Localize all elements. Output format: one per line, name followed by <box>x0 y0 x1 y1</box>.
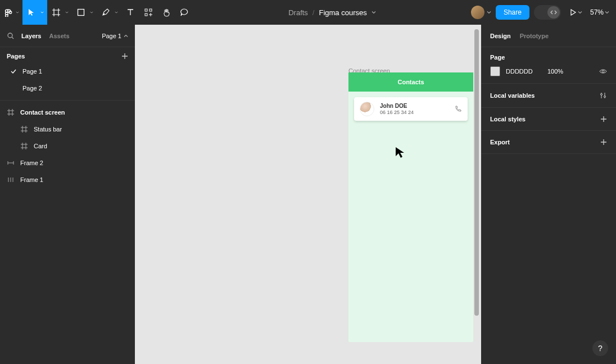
chevron-down-icon <box>65 10 69 15</box>
artboard-contact-screen[interactable]: Contacts John DOE 06 16 25 34 24 <box>348 72 473 342</box>
plus-icon <box>600 139 607 145</box>
layer-frame-1[interactable]: Frame 1 <box>0 171 135 188</box>
svg-point-5 <box>8 33 12 38</box>
hand-icon <box>162 8 171 17</box>
autolayout-vert-icon <box>7 176 15 183</box>
eye-icon <box>599 67 607 75</box>
color-swatch[interactable] <box>490 66 500 76</box>
layer-status-bar[interactable]: Status bar <box>0 121 135 138</box>
pages-heading: Pages <box>7 53 25 60</box>
layer-label: Status bar <box>34 126 62 133</box>
contact-card[interactable]: John DOE 06 16 25 34 24 <box>354 97 468 121</box>
help-button[interactable]: ? <box>592 340 608 356</box>
layer-card[interactable]: Card <box>0 138 135 154</box>
layer-label: Frame 1 <box>20 176 43 183</box>
present-button[interactable] <box>565 8 586 16</box>
rectangle-icon <box>76 8 85 17</box>
avatar <box>471 6 484 19</box>
contact-name: John DOE <box>380 103 414 110</box>
frame-icon <box>20 143 28 149</box>
layer-label: Contact screen <box>20 109 65 116</box>
local-variables-label: Local variables <box>490 92 535 99</box>
file-breadcrumb[interactable]: Drafts / Figma courses <box>193 8 471 17</box>
chevron-up-icon <box>124 34 128 38</box>
page-row-page1[interactable]: Page 1 <box>0 63 135 80</box>
breadcrumb-separator: / <box>312 8 315 17</box>
layer-frame-2[interactable]: Frame 2 <box>0 154 135 171</box>
play-icon <box>569 8 577 16</box>
file-name: Figma courses <box>319 8 366 17</box>
chevron-down-icon <box>40 10 44 15</box>
tab-layers[interactable]: Layers <box>21 33 41 39</box>
export-section[interactable]: Export <box>481 131 616 154</box>
frame-tool-button[interactable] <box>47 0 65 25</box>
plus-icon <box>600 116 607 122</box>
resources-icon <box>144 8 153 17</box>
status-bar[interactable]: Contacts <box>348 72 473 92</box>
contact-phone: 06 16 25 34 24 <box>380 110 414 116</box>
right-panel: Design Prototype Page DDDDDD 100% Local … <box>481 25 616 364</box>
color-opacity-value[interactable]: 100% <box>547 68 563 75</box>
status-bar-title: Contacts <box>397 79 424 85</box>
pen-tool-chevron[interactable] <box>115 10 121 15</box>
page-section-title: Page <box>490 54 607 61</box>
pen-tool-button[interactable] <box>97 0 115 25</box>
contact-avatar <box>360 102 374 116</box>
search-icon[interactable] <box>7 32 15 40</box>
help-icon: ? <box>598 344 603 353</box>
layer-label: Frame 2 <box>20 160 43 166</box>
top-toolbar: Drafts / Figma courses Share 57% <box>0 0 616 25</box>
move-tool-button[interactable] <box>22 0 40 25</box>
shape-tool-button[interactable] <box>72 0 90 25</box>
user-avatar-menu[interactable] <box>471 6 491 19</box>
comment-tool-button[interactable] <box>175 0 193 25</box>
dev-mode-knob <box>547 6 560 19</box>
main-menu-button[interactable] <box>0 0 16 25</box>
svg-rect-4 <box>145 13 147 16</box>
vertical-scrollbar[interactable] <box>474 29 479 316</box>
shape-tool-chevron[interactable] <box>90 10 97 15</box>
chevron-down-icon <box>578 10 582 15</box>
svg-rect-1 <box>78 10 84 16</box>
local-styles-section[interactable]: Local styles <box>481 108 616 131</box>
zoom-control[interactable]: 57% <box>590 8 609 16</box>
breadcrumb-parent: Drafts <box>288 8 308 17</box>
local-variables-section[interactable]: Local variables <box>481 84 616 108</box>
dev-mode-toggle[interactable] <box>534 5 561 20</box>
sliders-icon <box>599 92 607 99</box>
text-icon <box>126 8 135 17</box>
figma-logo-icon <box>4 8 13 17</box>
frame-icon <box>7 109 15 116</box>
resources-button[interactable] <box>139 0 157 25</box>
left-panel: Layers Assets Page 1 Pages Page 1 Page 2… <box>0 25 135 364</box>
text-tool-button[interactable] <box>121 0 139 25</box>
frame-icon <box>52 8 61 17</box>
check-icon <box>10 69 17 74</box>
tab-prototype[interactable]: Prototype <box>520 33 549 39</box>
layer-label: Card <box>34 143 47 149</box>
tab-assets[interactable]: Assets <box>49 33 69 39</box>
color-hex-value[interactable]: DDDDDD <box>506 68 542 75</box>
chevron-down-icon <box>16 10 19 15</box>
design-canvas[interactable]: Contact screen Contacts John DOE 06 16 2… <box>135 25 481 364</box>
hand-tool-button[interactable] <box>157 0 175 25</box>
main-menu-chevron[interactable] <box>16 10 22 15</box>
layer-contact-screen[interactable]: Contact screen <box>0 104 135 121</box>
visibility-toggle[interactable] <box>599 67 607 75</box>
chevron-down-icon <box>487 10 491 15</box>
frame-tool-chevron[interactable] <box>65 10 72 15</box>
plus-icon[interactable] <box>121 53 128 60</box>
local-styles-label: Local styles <box>490 116 526 122</box>
svg-rect-2 <box>145 9 147 11</box>
page-label: Page 1 <box>22 68 42 75</box>
move-tool-chevron[interactable] <box>40 0 47 25</box>
svg-point-7 <box>601 94 603 95</box>
page-background-control[interactable]: DDDDDD 100% <box>490 66 607 76</box>
page-row-page2[interactable]: Page 2 <box>0 80 135 97</box>
share-button[interactable]: Share <box>496 5 529 20</box>
page-selector[interactable]: Page 1 <box>102 33 128 39</box>
tab-design[interactable]: Design <box>490 33 511 39</box>
comment-icon <box>180 8 189 17</box>
svg-point-6 <box>602 70 604 72</box>
page-section: Page DDDDDD 100% <box>481 47 616 84</box>
